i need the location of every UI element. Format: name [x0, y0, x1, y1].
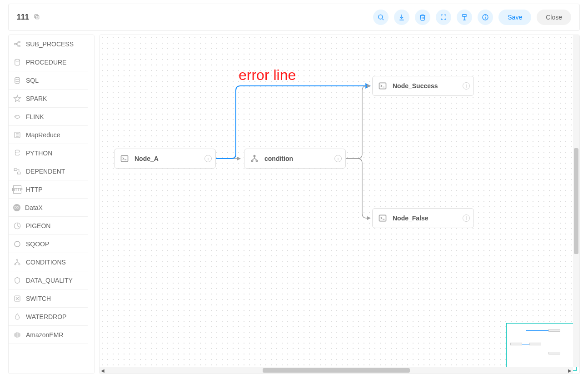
fullscreen-icon: [440, 14, 447, 21]
node-info-icon[interactable]: i: [463, 214, 470, 222]
palette-item-label: PIGEON: [26, 222, 50, 229]
svg-point-6: [485, 16, 486, 16]
svg-point-23: [15, 264, 16, 265]
svg-point-2: [379, 15, 383, 19]
shell-icon: [378, 81, 387, 90]
edge-cond-to-false[interactable]: [346, 159, 370, 218]
workflow-title: 111: [17, 13, 29, 21]
node-label: Node_A: [135, 155, 159, 162]
palette-item-sub_process[interactable]: SUB_PROCESS: [9, 35, 88, 53]
palette-item-sqoop[interactable]: SQOOP: [9, 235, 88, 253]
svg-point-24: [19, 264, 20, 265]
canvas-container: error line Node_A i condition i Node_Suc…: [99, 35, 580, 374]
search-icon: [377, 14, 384, 21]
palette-item-flink[interactable]: FLINK: [9, 108, 88, 126]
palette-item-waterdrop[interactable]: WATERDROP: [9, 308, 88, 326]
svg-point-29: [251, 160, 253, 161]
palette-item-label: SQOOP: [26, 240, 49, 248]
canvas-h-scrollbar[interactable]: ◀ ▶: [100, 367, 573, 374]
edge-cond-to-success[interactable]: [346, 86, 370, 159]
node-label: Node_False: [393, 214, 429, 222]
close-button[interactable]: Close: [537, 10, 571, 25]
scroll-left-icon[interactable]: ◀: [100, 368, 106, 373]
topbar-left: 111: [17, 13, 40, 21]
edges-layer: [100, 35, 573, 367]
svg-rect-31: [379, 83, 386, 89]
node-a[interactable]: Node_A i: [114, 149, 216, 169]
copy-icon[interactable]: [34, 14, 40, 21]
palette-scrollbar[interactable]: ▲ ▼: [88, 35, 93, 374]
svg-rect-1: [35, 15, 38, 18]
format-button[interactable]: [457, 10, 472, 25]
palette-item-label: SUB_PROCESS: [26, 40, 74, 48]
shell-icon: [120, 154, 129, 163]
svg-point-21: [15, 241, 20, 247]
h-scroll-thumb[interactable]: [263, 368, 410, 373]
palette-item-label: AmazonEMR: [26, 331, 63, 339]
delete-button[interactable]: [415, 10, 430, 25]
v-scroll-thumb[interactable]: [574, 148, 578, 254]
edge-error-line[interactable]: [216, 86, 370, 159]
palette-scroll-thumb[interactable]: [88, 42, 93, 78]
svg-line-3: [382, 19, 384, 20]
node-label: Node_Success: [393, 82, 438, 90]
palette-item-procedure[interactable]: PROCEDURE: [9, 53, 88, 71]
palette-item-label: SWITCH: [26, 295, 51, 302]
node-false[interactable]: Node_False i: [372, 208, 474, 228]
svg-point-28: [254, 155, 255, 157]
palette-item-amazonemr[interactable]: AmazonEMR: [9, 326, 88, 344]
palette-item-mapreduce[interactable]: MapReduce: [9, 126, 88, 144]
node-info-icon[interactable]: i: [204, 155, 212, 162]
svg-rect-18: [14, 169, 17, 171]
trash-icon: [419, 14, 426, 21]
topbar: 111 Save Close: [8, 4, 580, 31]
fullscreen-button[interactable]: [436, 10, 451, 25]
palette-item-label: DataX: [25, 204, 43, 211]
palette-item-datax[interactable]: DXDataX: [9, 199, 88, 217]
palette-item-sql[interactable]: SQL: [9, 71, 88, 90]
svg-point-30: [256, 160, 257, 161]
node-info-icon[interactable]: i: [463, 82, 470, 90]
palette-item-spark[interactable]: SPARK: [9, 90, 88, 108]
minimap[interactable]: [506, 323, 577, 371]
palette-item-label: DATA_QUALITY: [26, 277, 73, 284]
scroll-right-icon[interactable]: ▶: [567, 368, 573, 373]
svg-point-22: [17, 259, 18, 260]
palette-item-conditions[interactable]: CONDITIONS: [9, 253, 88, 271]
palette-item-label: SQL: [26, 77, 39, 84]
node-success[interactable]: Node_Success i: [372, 76, 474, 96]
palette-item-label: PYTHON: [26, 150, 52, 157]
info-button[interactable]: [478, 10, 493, 25]
palette-item-label: FLINK: [26, 113, 44, 120]
svg-rect-9: [18, 45, 20, 47]
svg-rect-33: [379, 215, 386, 221]
palette-item-python[interactable]: PYTHON: [9, 144, 88, 162]
svg-rect-8: [18, 41, 20, 43]
workflow-canvas[interactable]: error line Node_A i condition i Node_Suc…: [100, 35, 573, 367]
palette-item-http[interactable]: HTTPHTTP: [9, 180, 88, 199]
palette-item-label: PROCEDURE: [26, 59, 66, 66]
svg-point-13: [15, 115, 16, 116]
palette-item-label: CONDITIONS: [26, 259, 66, 266]
node-info-icon[interactable]: i: [334, 155, 342, 162]
save-button[interactable]: Save: [498, 10, 531, 25]
workspace: SUB_PROCESSPROCEDURESQLSPARKFLINKMapRedu…: [8, 35, 580, 374]
scroll-down-icon[interactable]: ▼: [88, 369, 93, 374]
topbar-right: Save Close: [373, 10, 571, 25]
search-button[interactable]: [373, 10, 389, 25]
info-icon: [482, 14, 489, 21]
node-condition[interactable]: condition i: [244, 149, 346, 169]
palette-item-label: MapReduce: [26, 131, 60, 139]
shell-icon: [378, 214, 387, 223]
palette-item-pigeon[interactable]: PIGEON: [9, 217, 88, 235]
palette-item-data_quality[interactable]: DATA_QUALITY: [9, 271, 88, 289]
svg-marker-12: [14, 95, 21, 101]
download-icon: [398, 14, 405, 21]
palette-item-dependent[interactable]: DEPENDENT: [9, 162, 88, 180]
palette-item-switch[interactable]: SWITCH: [9, 289, 88, 308]
scroll-up-icon[interactable]: ▲: [88, 35, 93, 40]
download-button[interactable]: [394, 10, 409, 25]
error-annotation: error line: [239, 67, 296, 84]
palette-item-label: DEPENDENT: [26, 168, 65, 175]
canvas-v-scrollbar[interactable]: [573, 35, 579, 367]
